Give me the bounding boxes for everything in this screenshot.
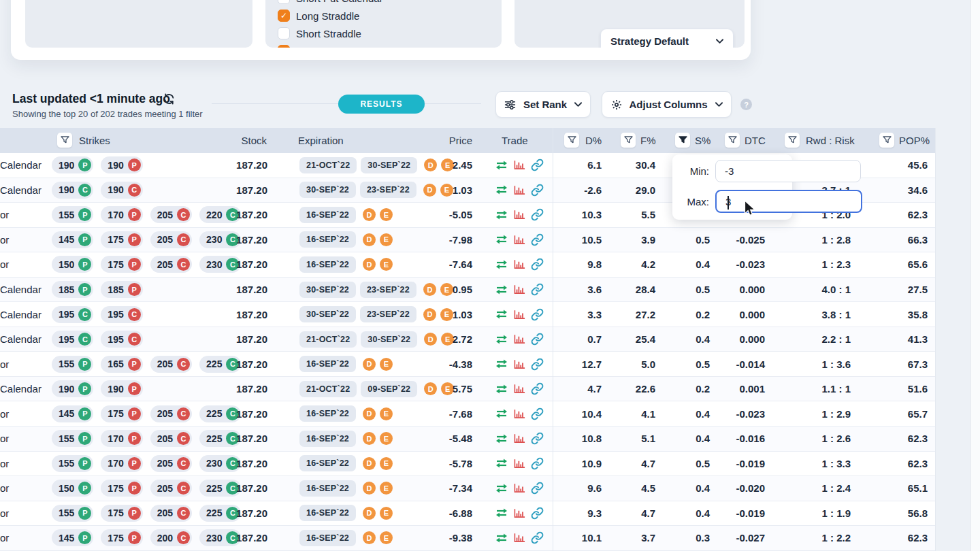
chart-icon[interactable] (514, 433, 525, 444)
link-icon[interactable] (531, 482, 544, 495)
strike-value: 150 (59, 483, 74, 494)
table-row[interactable]: or155P170P205C225C187.2016-SEP`22DE-5.48… (0, 427, 935, 452)
f-percent-value: 30.4 (610, 153, 655, 178)
pop-percent-value: 65.1 (871, 476, 928, 501)
d-percent-filter-icon[interactable] (564, 133, 579, 148)
f-percent-filter-icon[interactable] (621, 133, 636, 148)
table-row[interactable]: or150P175P205C230C187.2016-SEP`22DE-7.64… (0, 252, 935, 278)
link-icon[interactable] (531, 258, 544, 271)
checkbox-item-short-straddle[interactable]: Short Straddle (278, 27, 361, 40)
chart-icon[interactable] (514, 334, 525, 344)
min-input[interactable] (715, 160, 861, 182)
swap-trade-icon[interactable] (495, 434, 508, 444)
link-icon[interactable] (531, 158, 544, 171)
chart-icon[interactable] (514, 409, 525, 419)
link-icon[interactable] (531, 208, 544, 221)
link-icon[interactable] (531, 382, 544, 395)
set-rank-button[interactable]: Set Rank (495, 91, 591, 118)
table-row[interactable]: or145P175P200C230C187.2016-SEP`22DE-9.38… (0, 526, 935, 551)
table-row[interactable]: Calendar195C195C187.2030-SEP`2223-SEP`22… (0, 302, 935, 327)
table-row[interactable]: or145P175P205C230C187.2016-SEP`22DE-7.98… (0, 228, 935, 253)
swap-trade-icon[interactable] (495, 508, 508, 518)
link-icon[interactable] (531, 507, 544, 520)
swap-trade-icon[interactable] (495, 484, 508, 493)
checkbox-item-cutoff[interactable]: ✓ (278, 44, 296, 48)
link-icon[interactable] (531, 233, 544, 246)
swap-trade-icon[interactable] (495, 210, 508, 220)
pop-percent-value: 62.3 (871, 526, 928, 550)
chart-icon[interactable] (514, 310, 525, 320)
s-percent-filter-icon-active[interactable] (675, 133, 690, 148)
swap-trade-icon[interactable] (495, 161, 508, 170)
chart-icon[interactable] (514, 284, 525, 295)
chart-icon[interactable] (514, 483, 525, 493)
checkbox-unchecked-icon[interactable] (278, 0, 290, 4)
pop-percent-value: 62.3 (871, 203, 928, 227)
adjust-columns-button[interactable]: Adjust Columns (602, 91, 732, 118)
table-row[interactable]: or155P165P205C225C187.2016-SEP`22DE-4.38… (0, 352, 935, 377)
swap-trade-icon[interactable] (495, 458, 508, 468)
pop-percent-filter-icon[interactable] (879, 133, 894, 148)
table-row[interactable]: Calendar195C195C187.2021-OCT`2230-SEP`22… (0, 327, 935, 352)
table-row[interactable]: Calendar190P190P187.2021-OCT`2209-SEP`22… (0, 377, 935, 402)
table-row[interactable]: or150P175P205C225C187.2016-SEP`22DE-7.34… (0, 476, 935, 501)
swap-trade-icon[interactable] (495, 310, 508, 319)
results-section-pill[interactable]: RESULTS (338, 95, 425, 114)
swap-trade-icon[interactable] (495, 335, 508, 344)
chart-icon[interactable] (514, 259, 525, 269)
link-icon[interactable] (531, 308, 544, 321)
link-icon[interactable] (531, 407, 544, 420)
stock-price: 187.20 (204, 153, 267, 178)
link-icon[interactable] (531, 531, 544, 544)
table-row[interactable]: or145P175P205C225C187.2016-SEP`22DE-7.68… (0, 401, 935, 427)
link-icon[interactable] (531, 184, 544, 197)
scrollbar[interactable] (970, 0, 980, 551)
min-label: Min: (681, 165, 709, 177)
refresh-icon[interactable] (163, 93, 175, 107)
max-input[interactable] (715, 190, 862, 213)
chart-icon[interactable] (514, 508, 525, 518)
dtc-filter-icon[interactable] (725, 133, 740, 148)
link-icon[interactable] (531, 358, 544, 371)
swap-trade-icon[interactable] (495, 260, 508, 269)
s-percent-value: 0.2 (664, 302, 710, 327)
rwd-risk-filter-icon[interactable] (785, 133, 800, 148)
expiration-badge: 30-SEP`22 (299, 282, 356, 298)
link-icon[interactable] (531, 457, 544, 470)
link-icon[interactable] (531, 432, 544, 445)
swap-trade-icon[interactable] (495, 185, 508, 195)
chart-icon[interactable] (514, 210, 525, 220)
strikes-filter-icon[interactable] (57, 133, 72, 148)
strategy-default-dropdown[interactable]: Strategy Default (600, 29, 734, 48)
help-icon[interactable]: ? (740, 99, 752, 110)
link-icon[interactable] (531, 283, 544, 296)
table-row[interactable]: or155P175P205C225C187.2016-SEP`22DE-6.88… (0, 501, 935, 527)
swap-trade-icon[interactable] (495, 285, 508, 295)
s-percent-value: 0.4 (664, 327, 710, 352)
chart-icon[interactable] (514, 160, 525, 170)
chart-icon[interactable] (514, 359, 525, 369)
checkbox-checked-icon[interactable]: ✓ (278, 10, 290, 22)
strike-badge: 170P (101, 455, 142, 472)
table-row[interactable]: Calendar185P185P187.2030-SEP`2223-SEP`22… (0, 278, 935, 303)
chart-icon[interactable] (514, 384, 525, 394)
expiration-group: 16-SEP`22DE (299, 401, 393, 426)
checkbox-unchecked-icon[interactable] (278, 27, 290, 39)
chart-icon[interactable] (514, 458, 525, 469)
swap-trade-icon[interactable] (495, 409, 508, 418)
checkbox-checked-icon[interactable]: ✓ (278, 45, 290, 48)
trade-actions (495, 427, 544, 451)
chart-icon[interactable] (514, 185, 525, 195)
swap-trade-icon[interactable] (495, 359, 508, 369)
trade-actions (495, 278, 544, 302)
chart-icon[interactable] (514, 235, 525, 245)
swap-trade-icon[interactable] (495, 384, 508, 394)
chart-icon[interactable] (514, 533, 525, 543)
checkbox-item-long-straddle[interactable]: ✓ Long Straddle (278, 9, 359, 22)
link-icon[interactable] (531, 333, 544, 346)
earnings-flag-icon: E (380, 407, 393, 420)
checkbox-item-short-put-calendar[interactable]: Short Put Calendar (278, 0, 383, 5)
table-row[interactable]: or155P170P205C230C187.2016-SEP`22DE-5.78… (0, 452, 935, 477)
swap-trade-icon[interactable] (495, 533, 508, 543)
swap-trade-icon[interactable] (495, 235, 508, 244)
